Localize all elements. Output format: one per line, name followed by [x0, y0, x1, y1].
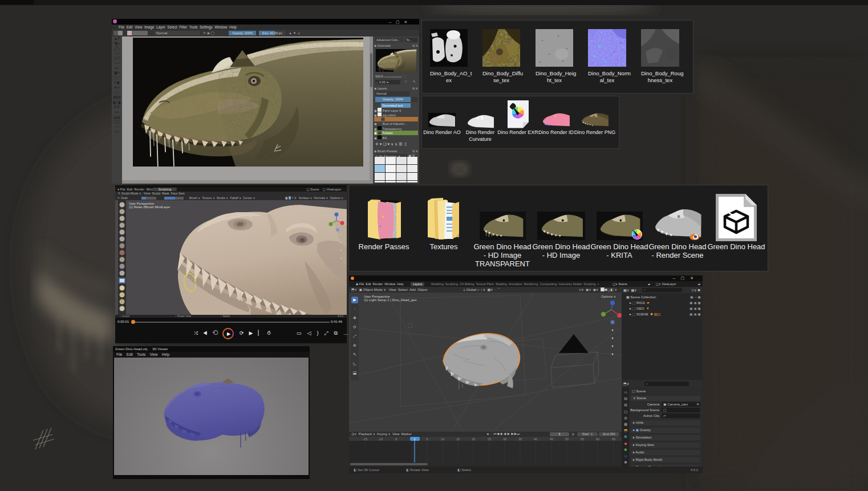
svg-text:40: 40 — [534, 437, 537, 441]
svg-text:-15: -15 — [363, 437, 367, 441]
svg-text:15: 15 — [456, 437, 460, 441]
svg-text:5: 5 — [426, 437, 428, 441]
svg-text:20: 20 — [472, 437, 475, 441]
svg-text:60: 60 — [596, 437, 599, 441]
svg-text:-5: -5 — [395, 437, 398, 441]
svg-text:30: 30 — [503, 437, 506, 441]
svg-text:45: 45 — [550, 437, 553, 441]
svg-text:65: 65 — [612, 437, 615, 441]
svg-text:-10: -10 — [378, 437, 383, 441]
svg-text:55: 55 — [581, 437, 584, 441]
svg-text:50: 50 — [565, 437, 569, 441]
svg-text:10: 10 — [441, 437, 444, 441]
svg-text:1: 1 — [413, 437, 415, 441]
svg-text:35: 35 — [518, 437, 522, 441]
svg-text:25: 25 — [488, 437, 491, 441]
